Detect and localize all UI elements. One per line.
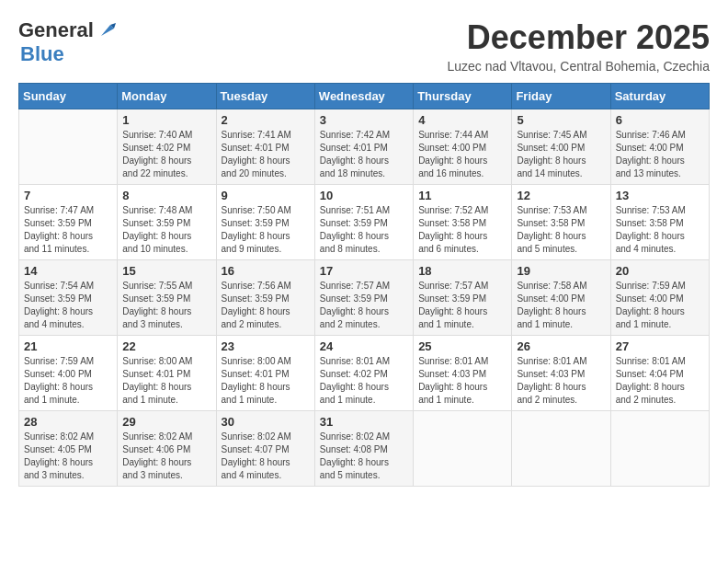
day-info: Sunrise: 8:02 AM Sunset: 4:07 PM Dayligh… — [222, 431, 310, 482]
header-friday: Friday — [512, 84, 610, 109]
day-info: Sunrise: 7:46 AM Sunset: 4:00 PM Dayligh… — [616, 129, 704, 180]
day-info: Sunrise: 8:01 AM Sunset: 4:02 PM Dayligh… — [320, 355, 408, 407]
day-number: 20 — [616, 264, 704, 278]
calendar-cell: 7Sunrise: 7:47 AM Sunset: 3:59 PM Daylig… — [19, 185, 118, 260]
day-info: Sunrise: 8:01 AM Sunset: 4:03 PM Dayligh… — [517, 355, 605, 407]
calendar-cell: 15Sunrise: 7:55 AM Sunset: 3:59 PM Dayli… — [118, 260, 216, 336]
day-info: Sunrise: 7:57 AM Sunset: 3:59 PM Dayligh… — [320, 280, 408, 331]
logo-general: General — [18, 18, 94, 42]
calendar-cell: 26Sunrise: 8:01 AM Sunset: 4:03 PM Dayli… — [512, 336, 610, 411]
day-info: Sunrise: 7:41 AM Sunset: 4:01 PM Dayligh… — [222, 129, 310, 180]
day-number: 29 — [122, 415, 210, 429]
calendar-cell: 17Sunrise: 7:57 AM Sunset: 3:59 PM Dayli… — [314, 260, 413, 336]
day-number: 13 — [616, 189, 704, 202]
day-number: 10 — [320, 189, 408, 202]
day-info: Sunrise: 7:47 AM Sunset: 3:59 PM Dayligh… — [24, 204, 112, 256]
day-number: 26 — [517, 339, 605, 353]
day-number: 22 — [122, 339, 210, 353]
day-number: 23 — [222, 339, 310, 353]
day-number: 18 — [418, 264, 506, 278]
page-header: General Blue December 2025 Luzec nad Vlt… — [18, 18, 710, 74]
day-info: Sunrise: 7:53 AM Sunset: 3:58 PM Dayligh… — [517, 204, 605, 256]
day-info: Sunrise: 7:55 AM Sunset: 3:59 PM Dayligh… — [122, 280, 210, 331]
day-info: Sunrise: 8:01 AM Sunset: 4:03 PM Dayligh… — [418, 355, 506, 407]
calendar-cell: 21Sunrise: 7:59 AM Sunset: 4:00 PM Dayli… — [19, 336, 118, 411]
day-info: Sunrise: 8:02 AM Sunset: 4:06 PM Dayligh… — [122, 431, 210, 482]
day-info: Sunrise: 8:02 AM Sunset: 4:08 PM Dayligh… — [320, 431, 408, 482]
day-info: Sunrise: 7:53 AM Sunset: 3:58 PM Dayligh… — [616, 204, 704, 256]
day-info: Sunrise: 7:40 AM Sunset: 4:02 PM Dayligh… — [122, 129, 210, 180]
calendar-cell: 10Sunrise: 7:51 AM Sunset: 3:59 PM Dayli… — [314, 185, 413, 260]
calendar-cell: 14Sunrise: 7:54 AM Sunset: 3:59 PM Dayli… — [19, 260, 118, 336]
day-info: Sunrise: 7:57 AM Sunset: 3:59 PM Dayligh… — [418, 280, 506, 331]
day-info: Sunrise: 8:00 AM Sunset: 4:01 PM Dayligh… — [222, 355, 310, 407]
calendar-cell: 19Sunrise: 7:58 AM Sunset: 4:00 PM Dayli… — [512, 260, 610, 336]
day-number: 2 — [222, 113, 310, 127]
calendar-cell: 8Sunrise: 7:48 AM Sunset: 3:59 PM Daylig… — [118, 185, 216, 260]
calendar-cell: 3Sunrise: 7:42 AM Sunset: 4:01 PM Daylig… — [314, 109, 413, 185]
day-number: 21 — [24, 339, 112, 353]
header-saturday: Saturday — [610, 84, 709, 109]
day-number: 5 — [517, 113, 605, 127]
day-number: 11 — [418, 189, 506, 202]
title-area: December 2025 Luzec nad Vltavou, Central… — [447, 18, 710, 74]
calendar-cell: 18Sunrise: 7:57 AM Sunset: 3:59 PM Dayli… — [414, 260, 512, 336]
calendar-cell: 25Sunrise: 8:01 AM Sunset: 4:03 PM Dayli… — [414, 336, 512, 411]
calendar-cell: 27Sunrise: 8:01 AM Sunset: 4:04 PM Dayli… — [610, 336, 709, 411]
calendar-cell: 16Sunrise: 7:56 AM Sunset: 3:59 PM Dayli… — [216, 260, 314, 336]
calendar-week-0: 1Sunrise: 7:40 AM Sunset: 4:02 PM Daylig… — [19, 109, 710, 185]
day-number: 9 — [222, 189, 310, 202]
day-number: 4 — [418, 113, 506, 127]
day-number: 31 — [320, 415, 408, 429]
day-number: 24 — [320, 339, 408, 353]
calendar-cell: 9Sunrise: 7:50 AM Sunset: 3:59 PM Daylig… — [216, 185, 314, 260]
calendar-cell: 1Sunrise: 7:40 AM Sunset: 4:02 PM Daylig… — [118, 109, 216, 185]
calendar-cell — [414, 411, 512, 487]
calendar-cell: 30Sunrise: 8:02 AM Sunset: 4:07 PM Dayli… — [216, 411, 314, 487]
day-number: 3 — [320, 113, 408, 127]
day-number: 28 — [24, 415, 112, 429]
day-number: 19 — [517, 264, 605, 278]
calendar-cell: 5Sunrise: 7:45 AM Sunset: 4:00 PM Daylig… — [512, 109, 610, 185]
day-number: 1 — [122, 113, 210, 127]
day-info: Sunrise: 7:52 AM Sunset: 3:58 PM Dayligh… — [418, 204, 506, 256]
day-number: 25 — [418, 339, 506, 353]
calendar-cell: 12Sunrise: 7:53 AM Sunset: 3:58 PM Dayli… — [512, 185, 610, 260]
header-sunday: Sunday — [19, 84, 118, 109]
calendar-cell: 23Sunrise: 8:00 AM Sunset: 4:01 PM Dayli… — [216, 336, 314, 411]
day-number: 27 — [616, 339, 704, 353]
calendar-cell: 31Sunrise: 8:02 AM Sunset: 4:08 PM Dayli… — [314, 411, 413, 487]
calendar-body: 1Sunrise: 7:40 AM Sunset: 4:02 PM Daylig… — [19, 109, 710, 487]
location: Luzec nad Vltavou, Central Bohemia, Czec… — [447, 59, 710, 74]
day-info: Sunrise: 7:59 AM Sunset: 4:00 PM Dayligh… — [24, 355, 112, 407]
calendar-week-2: 14Sunrise: 7:54 AM Sunset: 3:59 PM Dayli… — [19, 260, 710, 336]
day-number: 15 — [122, 264, 210, 278]
calendar-cell: 24Sunrise: 8:01 AM Sunset: 4:02 PM Dayli… — [314, 336, 413, 411]
calendar-week-1: 7Sunrise: 7:47 AM Sunset: 3:59 PM Daylig… — [19, 185, 710, 260]
calendar-week-3: 21Sunrise: 7:59 AM Sunset: 4:00 PM Dayli… — [19, 336, 710, 411]
calendar-cell: 29Sunrise: 8:02 AM Sunset: 4:06 PM Dayli… — [118, 411, 216, 487]
day-number: 16 — [222, 264, 310, 278]
header-row: Sunday Monday Tuesday Wednesday Thursday… — [19, 84, 710, 109]
day-info: Sunrise: 7:56 AM Sunset: 3:59 PM Dayligh… — [222, 280, 310, 331]
header-tuesday: Tuesday — [216, 84, 314, 109]
day-info: Sunrise: 7:50 AM Sunset: 3:59 PM Dayligh… — [222, 204, 310, 256]
calendar-cell: 20Sunrise: 7:59 AM Sunset: 4:00 PM Dayli… — [610, 260, 709, 336]
calendar-cell: 11Sunrise: 7:52 AM Sunset: 3:58 PM Dayli… — [414, 185, 512, 260]
calendar-cell — [19, 109, 118, 185]
calendar-cell — [610, 411, 709, 487]
calendar-table: Sunday Monday Tuesday Wednesday Thursday… — [18, 83, 710, 487]
day-info: Sunrise: 7:58 AM Sunset: 4:00 PM Dayligh… — [517, 280, 605, 331]
header-thursday: Thursday — [414, 84, 512, 109]
day-number: 17 — [320, 264, 408, 278]
day-number: 12 — [517, 189, 605, 202]
calendar-cell: 2Sunrise: 7:41 AM Sunset: 4:01 PM Daylig… — [216, 109, 314, 185]
month-title: December 2025 — [447, 18, 710, 57]
calendar-header: Sunday Monday Tuesday Wednesday Thursday… — [19, 84, 710, 109]
header-wednesday: Wednesday — [314, 84, 413, 109]
calendar-cell: 28Sunrise: 8:02 AM Sunset: 4:05 PM Dayli… — [19, 411, 118, 487]
calendar-cell: 6Sunrise: 7:46 AM Sunset: 4:00 PM Daylig… — [610, 109, 709, 185]
day-info: Sunrise: 7:42 AM Sunset: 4:01 PM Dayligh… — [320, 129, 408, 180]
day-info: Sunrise: 7:45 AM Sunset: 4:00 PM Dayligh… — [517, 129, 605, 180]
day-info: Sunrise: 8:01 AM Sunset: 4:04 PM Dayligh… — [616, 355, 704, 407]
